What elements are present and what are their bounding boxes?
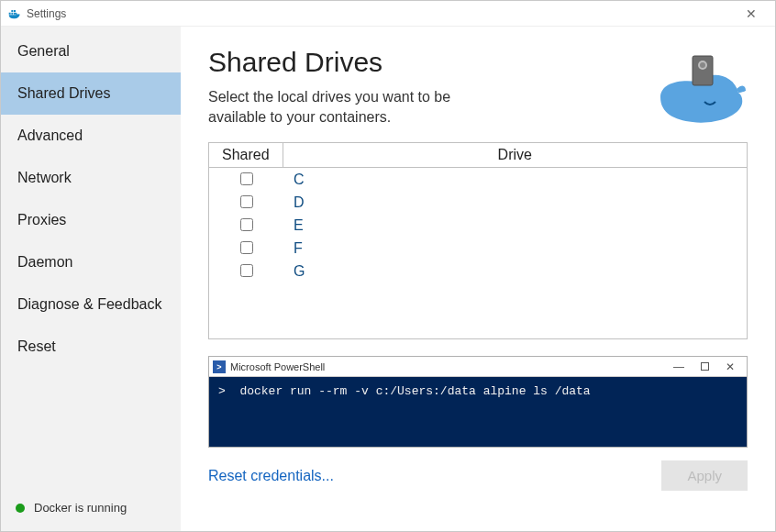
status-dot-icon	[16, 504, 25, 513]
drive-checkbox-g[interactable]	[240, 264, 253, 277]
page-title: Shared Drives	[208, 47, 647, 78]
docker-whale-icon	[6, 6, 21, 21]
sidebar-item-label: Reset	[17, 338, 56, 354]
sidebar-item-shared-drives[interactable]: Shared Drives	[1, 72, 181, 115]
table-row: E	[209, 214, 747, 237]
powershell-minimize-button[interactable]: —	[666, 360, 692, 373]
sidebar-item-network[interactable]: Network	[1, 157, 181, 199]
table-row: G	[209, 260, 747, 283]
drives-table: Shared Drive C D	[209, 143, 747, 283]
powershell-maximize-button[interactable]	[692, 360, 717, 373]
svg-rect-0	[693, 56, 713, 85]
sidebar-item-label: Advanced	[17, 127, 83, 143]
window-body: General Shared Drives Advanced Network P…	[1, 27, 775, 531]
drive-checkbox-c[interactable]	[240, 172, 253, 185]
drive-checkbox-e[interactable]	[240, 218, 253, 231]
sidebar-item-reset[interactable]: Reset	[1, 326, 181, 368]
sidebar-item-advanced[interactable]: Advanced	[1, 115, 181, 157]
drive-letter: G	[283, 260, 747, 283]
apply-button[interactable]: Apply	[661, 460, 748, 491]
powershell-title: Microsoft PowerShell	[230, 361, 325, 372]
drive-letter: E	[283, 214, 747, 237]
sidebar-item-diagnose-feedback[interactable]: Diagnose & Feedback	[1, 283, 181, 326]
sidebar-item-label: Proxies	[17, 212, 66, 227]
sidebar-item-label: General	[17, 43, 70, 59]
sidebar-item-label: Shared Drives	[17, 85, 110, 101]
sidebar-item-daemon[interactable]: Daemon	[1, 241, 181, 283]
sidebar-item-label: Diagnose & Feedback	[17, 296, 161, 312]
table-row: C	[209, 168, 747, 192]
page-header: Shared Drives Select the local drives yo…	[208, 47, 748, 129]
sidebar-item-proxies[interactable]: Proxies	[1, 199, 181, 241]
sidebar-item-general[interactable]: General	[1, 30, 181, 72]
page-subtitle: Select the local drives you want to be a…	[208, 87, 502, 127]
drive-letter: D	[283, 191, 747, 214]
powershell-preview: > Microsoft PowerShell — ✕ > docker run …	[208, 356, 748, 448]
drive-letter: F	[283, 237, 747, 260]
sidebar: General Shared Drives Advanced Network P…	[1, 27, 181, 531]
powershell-close-button[interactable]: ✕	[717, 360, 743, 373]
footer: Reset credentials... Apply	[208, 460, 748, 491]
sidebar-item-label: Daemon	[17, 254, 72, 270]
reset-credentials-link[interactable]: Reset credentials...	[208, 468, 334, 484]
column-header-drive: Drive	[283, 143, 747, 168]
sidebar-list: General Shared Drives Advanced Network P…	[1, 30, 181, 490]
table-row: D	[209, 191, 747, 214]
powershell-titlebar: > Microsoft PowerShell — ✕	[209, 357, 747, 377]
window-titlebar: Settings ✕	[1, 1, 775, 27]
drive-checkbox-f[interactable]	[240, 241, 253, 254]
status-text: Docker is running	[34, 501, 127, 515]
settings-window: Settings ✕ General Shared Drives Advance…	[0, 0, 776, 532]
column-header-shared: Shared	[209, 143, 283, 168]
content-pane: Shared Drives Select the local drives yo…	[181, 27, 775, 531]
drive-letter: C	[283, 168, 747, 192]
powershell-body: > docker run --rm -v c:/Users:/data alpi…	[209, 377, 747, 447]
drives-table-wrap: Shared Drive C D	[208, 142, 748, 339]
sidebar-item-label: Network	[17, 170, 72, 185]
drive-checkbox-d[interactable]	[240, 195, 253, 208]
window-title: Settings	[27, 7, 733, 20]
docker-whale-logo	[647, 47, 748, 129]
window-close-button[interactable]: ✕	[733, 6, 770, 21]
status-bar: Docker is running	[1, 490, 181, 531]
powershell-icon: >	[213, 360, 226, 373]
table-row: F	[209, 237, 747, 260]
